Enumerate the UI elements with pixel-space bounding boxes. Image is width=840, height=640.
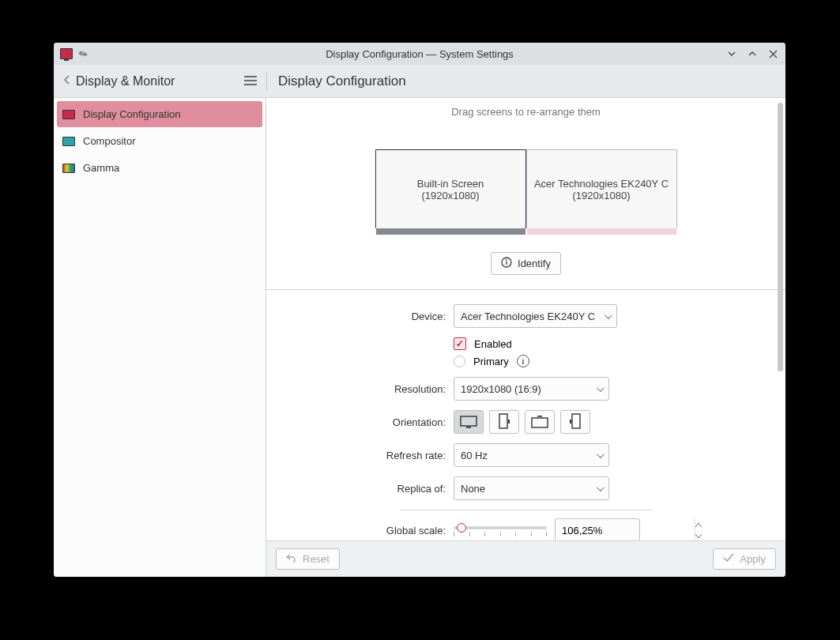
svg-rect-6 <box>508 420 510 424</box>
identify-button[interactable]: Identify <box>491 252 561 275</box>
svg-rect-5 <box>499 414 507 428</box>
monitors-layout[interactable]: Built-in Screen (1920x1080) Acer Technol… <box>266 149 785 228</box>
refresh-select[interactable]: 60 Hz <box>454 443 609 467</box>
settings-form: Device: Acer Technologies EK240Y C <box>266 290 785 540</box>
main-content: Drag screens to re-arrange them Built-in… <box>266 98 785 540</box>
chevron-down-icon <box>605 311 612 319</box>
device-select[interactable]: Acer Technologies EK240Y C <box>454 304 617 328</box>
form-divider <box>400 510 653 510</box>
pin-icon[interactable]: ✎ <box>77 47 90 61</box>
replica-select[interactable]: None <box>454 476 609 500</box>
spin-up-icon[interactable] <box>695 519 702 530</box>
monitor-res: (1920x1080) <box>422 190 480 201</box>
svg-rect-10 <box>570 420 571 424</box>
resolution-value: 1920x1080 (16:9) <box>461 383 541 395</box>
display-icon <box>62 110 75 119</box>
undo-icon <box>286 553 297 565</box>
menu-icon[interactable] <box>244 74 257 88</box>
chevron-down-icon <box>597 484 605 491</box>
reset-label: Reset <box>303 553 330 565</box>
enabled-checkbox[interactable] <box>454 337 466 350</box>
orientation-label: Orientation: <box>266 416 454 428</box>
sidebar-item-label: Display Configuration <box>83 108 181 120</box>
spin-down-icon[interactable] <box>695 530 702 540</box>
sidebar: Display Configuration Compositor Gamma <box>54 98 266 577</box>
resolution-select[interactable]: 1920x1080 (16:9) <box>454 377 609 401</box>
svg-rect-9 <box>572 414 580 428</box>
enabled-label: Enabled <box>474 338 512 350</box>
monitor-name: Built-in Screen <box>417 178 484 190</box>
sidebar-item-label: Gamma <box>83 162 119 174</box>
main-panel: Drag screens to re-arrange them Built-in… <box>266 98 785 577</box>
svg-point-1 <box>506 259 507 261</box>
sidebar-item-label: Compositor <box>83 135 135 147</box>
svg-rect-4 <box>466 427 471 428</box>
apply-label: Apply <box>740 553 766 565</box>
back-chevron-icon[interactable] <box>60 74 73 88</box>
info-circle-icon <box>501 257 512 270</box>
chevron-down-icon <box>597 450 605 458</box>
replica-label: Replica of: <box>266 483 454 495</box>
monitor-name: Acer Technologies EK240Y C <box>534 178 669 190</box>
svg-rect-2 <box>506 262 507 265</box>
svg-rect-3 <box>461 416 477 426</box>
window-controls <box>725 47 779 60</box>
monitor-stand <box>527 228 676 235</box>
device-value: Acer Technologies EK240Y C <box>461 311 595 322</box>
body: Display Configuration Compositor Gamma D… <box>54 98 785 577</box>
resolution-label: Resolution: <box>266 383 454 395</box>
arrange-area: Drag screens to re-arrange them Built-in… <box>266 98 785 290</box>
primary-radio[interactable] <box>454 356 465 367</box>
device-label: Device: <box>266 311 454 322</box>
svg-rect-7 <box>532 418 548 427</box>
scale-input[interactable] <box>556 519 695 540</box>
drag-hint: Drag screens to re-arrange them <box>266 106 785 118</box>
gamma-icon <box>62 164 75 173</box>
identify-label: Identify <box>518 258 551 269</box>
monitor-res: (1920x1080) <box>573 190 631 201</box>
monitor-stand <box>376 228 525 235</box>
svg-rect-8 <box>537 416 542 417</box>
primary-label: Primary <box>473 356 509 367</box>
orientation-portrait-right[interactable] <box>560 410 590 434</box>
titlebar[interactable]: ✎ Display Configuration — System Setting… <box>54 43 785 65</box>
compositor-icon <box>62 137 75 146</box>
header-bar: Display & Monitor Display Configuration <box>54 65 785 98</box>
sidebar-item-gamma[interactable]: Gamma <box>57 155 262 181</box>
replica-value: None <box>461 483 485 495</box>
sidebar-header[interactable]: Display & Monitor <box>54 65 266 97</box>
settings-window: ✎ Display Configuration — System Setting… <box>54 43 785 577</box>
check-icon <box>723 553 734 565</box>
maximize-button[interactable] <box>746 47 759 60</box>
orientation-landscape-flip[interactable] <box>525 410 555 434</box>
scale-spinbox[interactable] <box>555 518 640 540</box>
scrollbar[interactable] <box>778 103 783 371</box>
footer: Reset Apply <box>266 540 785 577</box>
sidebar-item-compositor[interactable]: Compositor <box>57 128 262 154</box>
refresh-label: Refresh rate: <box>266 450 454 461</box>
chevron-down-icon <box>597 384 605 392</box>
apply-button[interactable]: Apply <box>713 548 776 570</box>
primary-info-icon[interactable]: i <box>517 355 529 367</box>
scale-label: Global scale: <box>266 525 454 536</box>
monitor-builtin[interactable]: Built-in Screen (1920x1080) <box>375 149 526 228</box>
reset-button[interactable]: Reset <box>276 548 340 570</box>
scale-slider[interactable] <box>454 521 547 540</box>
minimize-button[interactable] <box>725 47 738 60</box>
page-title: Display Configuration <box>278 73 406 89</box>
orientation-portrait-left[interactable] <box>489 410 519 434</box>
window-title: Display Configuration — System Settings <box>326 48 514 60</box>
refresh-value: 60 Hz <box>461 450 488 461</box>
sidebar-item-display-config[interactable]: Display Configuration <box>57 101 262 127</box>
monitor-external[interactable]: Acer Technologies EK240Y C (1920x1080) <box>526 149 677 228</box>
header-divider <box>266 72 267 91</box>
close-button[interactable] <box>767 47 779 60</box>
category-title: Display & Monitor <box>76 74 175 88</box>
app-icon <box>60 48 73 59</box>
orientation-landscape[interactable] <box>454 410 484 434</box>
